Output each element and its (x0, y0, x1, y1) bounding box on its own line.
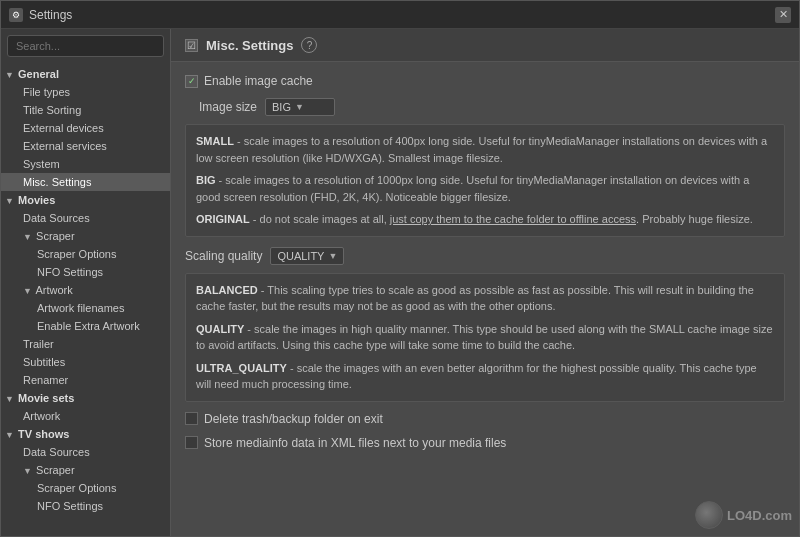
scaling-quality-label: Scaling quality (185, 249, 262, 263)
image-size-label: Image size (199, 100, 257, 114)
image-size-dropdown-arrow: ▼ (295, 102, 304, 112)
sidebar-item-artwork-movies[interactable]: ▼ Artwork (1, 281, 170, 299)
sidebar-item-renamer[interactable]: Renamer (1, 371, 170, 389)
desc-big: BIG - scale images to a resolution of 10… (196, 172, 774, 205)
search-input[interactable] (7, 35, 164, 57)
scaling-quality-value: QUALITY (277, 250, 324, 262)
image-size-row: Image size BIG ▼ (199, 98, 785, 116)
sidebar-item-scraper-options-movies[interactable]: Scraper Options (1, 245, 170, 263)
sidebar: ▼ General File types Title Sorting Exter… (1, 29, 171, 536)
panel-title: Misc. Settings (206, 38, 293, 53)
sidebar-item-file-types[interactable]: File types (1, 83, 170, 101)
main-panel: ☑ Misc. Settings ? ✓ Enable image cache … (171, 29, 799, 536)
delete-trash-label: Delete trash/backup folder on exit (204, 412, 383, 426)
sidebar-item-nfo-settings-tv[interactable]: NFO Settings (1, 497, 170, 515)
desc-balanced: BALANCED - This scaling type tries to sc… (196, 282, 774, 315)
settings-window: ⚙ Settings ✕ ▼ General File types Title … (0, 0, 800, 537)
help-icon[interactable]: ? (301, 37, 317, 53)
content-area: ▼ General File types Title Sorting Exter… (1, 29, 799, 536)
expand-arrow-scraper-tv: ▼ (23, 466, 33, 476)
delete-trash-checkbox[interactable] (185, 412, 198, 425)
scaling-quality-descriptions: BALANCED - This scaling type tries to sc… (185, 273, 785, 402)
expand-arrow-movies: ▼ (5, 196, 15, 206)
panel-body: ✓ Enable image cache Image size BIG ▼ SM… (171, 62, 799, 536)
sidebar-item-trailer[interactable]: Trailer (1, 335, 170, 353)
sidebar-item-data-sources-tv[interactable]: Data Sources (1, 443, 170, 461)
delete-trash-row: Delete trash/backup folder on exit (185, 412, 785, 426)
watermark-logo (695, 501, 723, 529)
store-mediainfo-row: Store mediainfo data in XML files next t… (185, 436, 785, 450)
sidebar-item-general[interactable]: ▼ General (1, 65, 170, 83)
image-size-dropdown[interactable]: BIG ▼ (265, 98, 335, 116)
sidebar-item-data-sources-movies[interactable]: Data Sources (1, 209, 170, 227)
title-bar-left: ⚙ Settings (9, 8, 72, 22)
expand-arrow-general: ▼ (5, 70, 15, 80)
header-checkbox[interactable]: ☑ (185, 39, 198, 52)
scaling-quality-row: Scaling quality QUALITY ▼ (185, 247, 785, 265)
panel-header: ☑ Misc. Settings ? (171, 29, 799, 62)
sidebar-item-scraper-options-tv[interactable]: Scraper Options (1, 479, 170, 497)
sidebar-item-title-sorting[interactable]: Title Sorting (1, 101, 170, 119)
desc-ultra-quality: ULTRA_QUALITY - scale the images with an… (196, 360, 774, 393)
sidebar-item-misc-settings[interactable]: Misc. Settings (1, 173, 170, 191)
sidebar-item-scraper-movies[interactable]: ▼ Scraper (1, 227, 170, 245)
expand-arrow-scraper: ▼ (23, 232, 33, 242)
sidebar-item-subtitles[interactable]: Subtitles (1, 353, 170, 371)
watermark-text: LO4D.com (727, 508, 792, 523)
sidebar-item-movie-sets[interactable]: ▼ Movie sets (1, 389, 170, 407)
sidebar-item-movies[interactable]: ▼ Movies (1, 191, 170, 209)
scaling-quality-dropdown[interactable]: QUALITY ▼ (270, 247, 344, 265)
expand-arrow-moviesets: ▼ (5, 394, 15, 404)
enable-cache-checkbox[interactable]: ✓ (185, 75, 198, 88)
sidebar-item-external-services[interactable]: External services (1, 137, 170, 155)
store-mediainfo-checkbox[interactable] (185, 436, 198, 449)
expand-arrow-artwork: ▼ (23, 286, 33, 296)
desc-small: SMALL - scale images to a resolution of … (196, 133, 774, 166)
sidebar-item-nfo-settings-movies[interactable]: NFO Settings (1, 263, 170, 281)
sidebar-item-external-devices[interactable]: External devices (1, 119, 170, 137)
desc-quality: QUALITY - scale the images in high quali… (196, 321, 774, 354)
enable-cache-label: Enable image cache (204, 74, 313, 88)
desc-original: ORIGINAL - do not scale images at all, j… (196, 211, 774, 228)
sidebar-item-artwork-moviesets[interactable]: Artwork (1, 407, 170, 425)
app-icon: ⚙ (9, 8, 23, 22)
watermark: LO4D.com (695, 501, 792, 529)
image-size-descriptions: SMALL - scale images to a resolution of … (185, 124, 785, 237)
window-title: Settings (29, 8, 72, 22)
close-button[interactable]: ✕ (775, 7, 791, 23)
scaling-quality-dropdown-arrow: ▼ (328, 251, 337, 261)
title-bar: ⚙ Settings ✕ (1, 1, 799, 29)
expand-arrow-tvshows: ▼ (5, 430, 15, 440)
sidebar-item-tv-shows[interactable]: ▼ TV shows (1, 425, 170, 443)
sidebar-item-enable-extra-artwork[interactable]: Enable Extra Artwork (1, 317, 170, 335)
enable-cache-row: ✓ Enable image cache (185, 74, 785, 88)
sidebar-item-scraper-tv[interactable]: ▼ Scraper (1, 461, 170, 479)
sidebar-item-artwork-filenames[interactable]: Artwork filenames (1, 299, 170, 317)
image-size-value: BIG (272, 101, 291, 113)
sidebar-tree: ▼ General File types Title Sorting Exter… (1, 63, 170, 536)
sidebar-item-system[interactable]: System (1, 155, 170, 173)
store-mediainfo-label: Store mediainfo data in XML files next t… (204, 436, 506, 450)
